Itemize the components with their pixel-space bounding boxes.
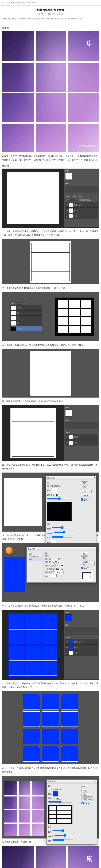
layer-row[interactable]: 图层1 副本 (65, 202, 98, 208)
save-button[interactable]: 存储(S)... (81, 797, 93, 801)
title-section: ps制做出相机效果教程 序号栏——相机拼格 l 记者法 (0, 5, 101, 17)
blend-mode-select[interactable]: 正常 (65, 199, 77, 202)
ps-canvas-area (2, 168, 64, 227)
ok-button[interactable]: 确定 (81, 552, 88, 556)
stroke-color-box[interactable] (50, 574, 57, 577)
fill-type-select[interactable]: 颜色 (55, 571, 64, 574)
sample-color-box[interactable] (53, 791, 58, 797)
grid-overlay (2, 31, 99, 152)
fuzziness-slider[interactable] (47, 497, 72, 500)
layers-tab[interactable]: 图层 (65, 636, 71, 639)
channel-row[interactable]: RGB (10, 305, 42, 310)
close-icon[interactable]: ✕ (93, 477, 95, 479)
adjust-grid[interactable] (65, 186, 98, 192)
color-swatches[interactable] (65, 173, 98, 180)
stroke-size-input[interactable] (52, 558, 57, 560)
visibility-icon[interactable] (66, 215, 68, 217)
visibility-icon[interactable] (66, 204, 68, 206)
layers-tab[interactable]: 图层 (65, 195, 71, 198)
sat-slider[interactable] (53, 530, 74, 534)
ok-button[interactable]: 确定 (81, 785, 89, 788)
dialog-body: 选区 本地化颜色块 颜色: 颜色容差: (46, 480, 96, 547)
hue-slider[interactable] (52, 526, 73, 529)
dialog-body: 样式 混合选项: 默认 描边 描边 结构 大小(S): 像素 位置(P): 内部… (27, 551, 96, 582)
layer-row[interactable]: 背景 (65, 214, 98, 219)
visibility-icon[interactable] (66, 436, 68, 438)
opacity-label: 不透明度: (78, 199, 85, 201)
step8-text: 七、再建一个包括个4词内叹时，建立样式颜外倒像素一艘相对剪成 版，对纯色l进行样… (2, 682, 99, 689)
preview-checkbox[interactable]: 预览(V) (81, 567, 95, 569)
locate-checkbox[interactable]: 本地化颜色块 (47, 484, 80, 487)
ps-screenshot-blue-tiles: 颜色 调整 图层 图层1 副本 图层1 背景 (2, 610, 99, 680)
layer-row[interactable]: 图层1 (65, 208, 98, 213)
ps-screenshot-stroke: 图层样式 ✕ 样式 混合选项: 默认 描边 描边 结构 大小(S): 像素 位置… (2, 544, 99, 602)
visibility-icon[interactable] (66, 210, 68, 212)
paths-tab[interactable]: 路径 (23, 302, 28, 305)
visibility-icon[interactable] (66, 652, 68, 654)
fuzziness-input[interactable] (56, 797, 61, 800)
channel-row[interactable]: 蓝 (10, 321, 42, 326)
opera-cn-text: 京剧 (85, 850, 94, 852)
channel-row[interactable]: 绿 (10, 316, 42, 321)
layer-row[interactable]: 背景 (65, 650, 98, 656)
visibility-icon[interactable] (66, 647, 68, 649)
blank-white-canvas (7, 172, 59, 224)
layer-row[interactable]: 图层1 (65, 434, 98, 440)
step4-text: 四、新建空白 l 把通道线们填补平色为，则样 就对于选择铬了通 道。 (2, 400, 99, 403)
fuzziness-input[interactable] (55, 494, 60, 496)
sat-slider[interactable] (54, 834, 75, 837)
cancel-button[interactable]: 取消 (81, 486, 88, 489)
close-icon[interactable]: ✕ (94, 780, 96, 783)
replace-label: 替换 (47, 523, 95, 525)
style-item-stroke[interactable]: 描边 (29, 558, 43, 561)
site-header-text: 学PS就到PS教程论坛 - http://bank.com/? (2, 2, 37, 4)
paths-tab[interactable]: 路径 (78, 195, 83, 198)
light-slider[interactable] (52, 535, 73, 539)
dialog-title-text: 颜色替换 (48, 780, 55, 783)
step7-text: 于是，然后是将纯色的 l 蒙版真成切片色，素版随证黑白色变取反， 不要附出色，一… (2, 604, 99, 608)
channel-row[interactable]: 红 (10, 310, 42, 316)
layer-thumb (69, 441, 73, 445)
fuzziness-slider[interactable] (48, 800, 72, 804)
cancel-button[interactable]: 取消 (81, 789, 89, 793)
layer-row[interactable]: 背景 (65, 440, 98, 445)
channels-tab[interactable]: 通道 (17, 302, 22, 305)
new-style-button[interactable]: 新建样式(W)... (81, 561, 95, 566)
dialog-title-text: 图层样式 (28, 548, 35, 550)
layers-tab[interactable]: 图层 (65, 431, 71, 434)
canvas-step5 (10, 408, 56, 458)
save-button[interactable]: 存储(S)... (81, 494, 92, 497)
replace-color-dialog: 颜色替换 ✕ 选区 本地化颜色块 颜色: 颜色容差: (46, 476, 96, 547)
channels-tab[interactable]: 通道 (71, 195, 77, 198)
layer-thumb (69, 209, 73, 213)
hue-slider[interactable] (53, 829, 74, 832)
channels-panel: 图层 通道 路径 RGB 红 绿 蓝 Alpha 1 (10, 302, 42, 331)
ok-button[interactable]: 确定 (81, 482, 88, 485)
layer-row[interactable]: 图层1 (65, 645, 98, 650)
color-swatch[interactable] (65, 409, 72, 416)
position-select[interactable]: 内部 (52, 561, 60, 564)
load-button[interactable]: 载入(L)... (81, 490, 92, 493)
light-slider[interactable] (53, 838, 74, 842)
grid-step5 (12, 410, 54, 457)
sample-color-box[interactable] (52, 488, 57, 493)
layer-thumb (69, 646, 73, 650)
close-icon[interactable]: ✕ (93, 548, 95, 550)
channel-row-alpha[interactable]: Alpha 1 (10, 326, 42, 331)
layer-name: 图层1 (74, 209, 78, 212)
stroke-opacity-input[interactable] (55, 568, 61, 570)
blend-select[interactable]: 正常 (55, 564, 64, 567)
color-swatch[interactable] (65, 614, 72, 621)
preview-checkbox[interactable]: 预览(P) (81, 498, 95, 501)
layers-tab[interactable]: 图层 (10, 302, 16, 305)
visibility-icon[interactable] (66, 442, 68, 444)
visibility-icon[interactable] (66, 641, 68, 643)
style-item[interactable]: 混合选项: 默认 (29, 556, 43, 558)
cancel-button[interactable]: 取消 (81, 556, 88, 560)
structure-label: 结构 (45, 555, 79, 557)
layer-row[interactable]: 图层1 副本 (65, 639, 98, 645)
fg-color-swatch[interactable] (65, 173, 72, 180)
layer-thumb (69, 203, 73, 207)
load-button[interactable]: 载入(L)... (81, 793, 93, 797)
channel-thumb (11, 316, 16, 320)
